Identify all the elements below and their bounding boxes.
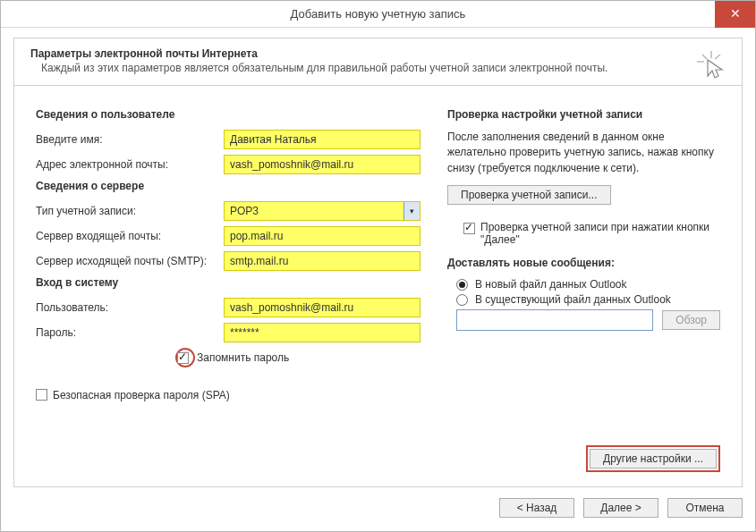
- user-input[interactable]: [224, 298, 420, 317]
- account-type-select[interactable]: POP3 ▾: [224, 201, 420, 221]
- outgoing-input[interactable]: [224, 251, 420, 271]
- cursor-icon: [697, 51, 726, 80]
- browse-button[interactable]: Обзор: [662, 310, 720, 330]
- remember-password-label: Запомнить пароль: [197, 351, 289, 364]
- next-button[interactable]: Далее >: [583, 498, 658, 518]
- header-title: Параметры электронной почты Интернета: [30, 47, 726, 60]
- email-label: Адрес электронной почты:: [36, 158, 224, 171]
- name-input[interactable]: [224, 130, 420, 149]
- radio-new-label: В новый файл данных Outlook: [475, 278, 627, 291]
- deliver-title: Доставлять новые сообщения:: [447, 257, 720, 269]
- dialog-footer: < Назад Далее > Отмена: [13, 493, 743, 523]
- spa-checkbox[interactable]: [36, 389, 47, 401]
- spa-label: Безопасная проверка пароля (SPA): [53, 389, 230, 401]
- account-type-label: Тип учетной записи:: [36, 205, 224, 217]
- section-test-title: Проверка настройки учетной записи: [447, 108, 720, 121]
- radio-existing-file[interactable]: [456, 294, 468, 306]
- test-on-next-label: Проверка учетной записи при нажатии кноп…: [480, 221, 720, 246]
- left-column: Сведения о пользователе Введите имя: Адр…: [36, 103, 420, 405]
- email-input[interactable]: [224, 155, 420, 174]
- cancel-button[interactable]: Отмена: [667, 498, 743, 518]
- dialog-body: Параметры электронной почты Интернета Ка…: [13, 38, 743, 487]
- back-button[interactable]: < Назад: [499, 498, 574, 518]
- section-login-title: Вход в систему: [36, 276, 420, 289]
- content-area: Сведения о пользователе Введите имя: Адр…: [14, 94, 742, 486]
- incoming-label: Сервер входящей почты:: [36, 230, 224, 242]
- highlight-rect: Другие настройки ...: [586, 445, 720, 472]
- section-server-title: Сведения о сервере: [36, 180, 420, 192]
- window-title: Добавить новую учетную запись: [291, 7, 466, 21]
- existing-file-path-input[interactable]: [456, 309, 653, 331]
- remember-password-checkbox[interactable]: [177, 352, 189, 364]
- test-account-button[interactable]: Проверка учетной записи...: [447, 185, 611, 205]
- close-button[interactable]: ✕: [715, 1, 755, 28]
- more-settings-button[interactable]: Другие настройки ...: [590, 449, 717, 469]
- password-label: Пароль:: [36, 326, 224, 339]
- title-bar: Добавить новую учетную запись ✕: [1, 1, 755, 28]
- highlight-ring: [175, 348, 195, 367]
- chevron-down-icon: ▾: [403, 202, 420, 220]
- password-input[interactable]: [224, 323, 420, 342]
- dialog-header: Параметры электронной почты Интернета Ка…: [14, 38, 742, 86]
- test-on-next-checkbox[interactable]: [463, 223, 475, 234]
- user-label: Пользователь:: [36, 301, 224, 314]
- header-subtitle: Каждый из этих параметров является обяза…: [30, 62, 726, 74]
- test-description: После заполнения сведений в данном окне …: [447, 130, 720, 176]
- account-type-value: POP3: [230, 202, 259, 220]
- incoming-input[interactable]: [224, 226, 420, 246]
- radio-existing-label: В существующий файл данных Outlook: [475, 293, 671, 306]
- section-user-title: Сведения о пользователе: [36, 108, 420, 121]
- svg-line-3: [702, 55, 707, 59]
- radio-new-file[interactable]: [456, 279, 468, 291]
- outgoing-label: Сервер исходящей почты (SMTP):: [36, 255, 224, 267]
- right-column: Проверка настройки учетной записи После …: [447, 103, 720, 405]
- svg-line-2: [715, 55, 720, 59]
- name-label: Введите имя:: [36, 133, 224, 146]
